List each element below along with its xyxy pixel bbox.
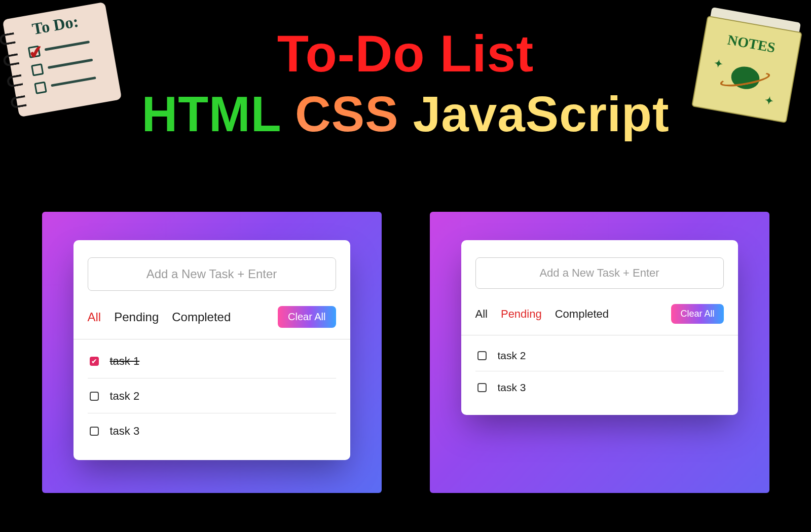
task-row: ✔ task 1 [88, 344, 336, 378]
task-list: task 2 task 3 [475, 339, 724, 403]
task-checkbox[interactable]: ✔ [90, 357, 99, 366]
divider [73, 339, 350, 339]
page-title: To-Do List [141, 24, 669, 84]
todo-notepad-illustration: To Do: ✔ [3, 2, 122, 118]
tech-js: JavaScript [413, 86, 670, 142]
page-subtitle: HTML CSS JavaScript [141, 86, 669, 143]
task-list: ✔ task 1 task 2 task 3 [88, 344, 336, 448]
tech-css: CSS [295, 86, 399, 142]
filter-all[interactable]: All [88, 310, 101, 324]
filter-completed[interactable]: Completed [172, 310, 231, 324]
task-input[interactable] [88, 257, 336, 291]
task-row: task 3 [475, 371, 724, 403]
task-text: task 3 [110, 425, 140, 438]
task-checkbox[interactable] [90, 392, 99, 401]
task-input[interactable] [475, 257, 724, 289]
filter-pending[interactable]: Pending [501, 308, 542, 321]
task-text: task 2 [498, 350, 526, 362]
filter-all[interactable]: All [475, 308, 488, 321]
tech-html: HTML [141, 86, 280, 142]
task-row: task 3 [88, 413, 336, 448]
task-checkbox[interactable] [90, 427, 99, 436]
todo-app-left: All Pending Completed Clear All ✔ task 1… [42, 212, 382, 493]
task-checkbox[interactable] [477, 383, 487, 392]
task-row: task 2 [88, 378, 336, 413]
task-text: task 2 [110, 390, 140, 403]
clear-all-button[interactable]: Clear All [278, 306, 336, 328]
task-row: task 2 [475, 339, 724, 371]
page-title-block: To-Do List HTML CSS JavaScript [141, 24, 669, 143]
todo-app-right: All Pending Completed Clear All task 2 t… [430, 212, 769, 493]
clear-all-button[interactable]: Clear All [671, 304, 723, 324]
filter-completed[interactable]: Completed [555, 308, 609, 321]
task-text: task 1 [110, 355, 140, 368]
divider [461, 335, 738, 335]
task-checkbox[interactable] [477, 351, 487, 360]
filter-pending[interactable]: Pending [114, 310, 159, 324]
notes-book-illustration: NOTES ✦✦ [691, 7, 804, 123]
task-text: task 3 [498, 382, 526, 394]
